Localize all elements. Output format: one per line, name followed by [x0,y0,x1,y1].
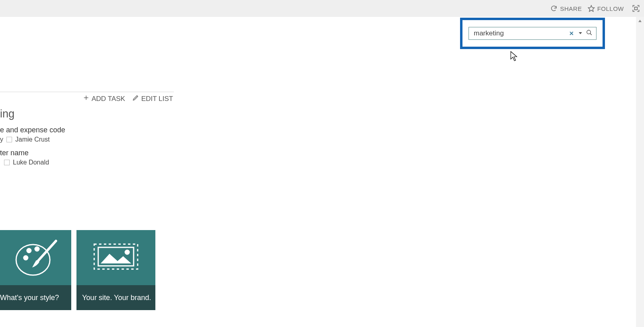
image-placeholder-icon [76,230,155,285]
focus-icon [632,4,640,12]
assignee-name: Luke Donald [13,159,49,166]
tiles-row: What's your style? Your site. Your brand… [0,230,155,310]
tile-style[interactable]: What's your style? [0,230,71,310]
panel-actions: ADD TASK EDIT LIST [0,95,174,103]
svg-point-3 [587,30,590,34]
search-scope-dropdown[interactable] [576,30,585,37]
share-label: SHARE [560,5,582,12]
task-assignees: y Jamie Crust [0,136,174,143]
search-highlight-frame: ✕ [460,18,605,49]
pencil-icon [132,95,139,103]
close-icon: ✕ [569,30,574,37]
vertical-scrollbar[interactable] [636,17,644,327]
tile-caption: Your site. Your brand. [76,285,155,310]
top-toolbar: SHARE FOLLOW [0,0,644,17]
search-box: ✕ [469,27,597,40]
task-item: e and expense code y Jamie Crust [0,126,174,143]
star-icon [588,5,595,12]
search-submit-button[interactable] [585,29,594,37]
svg-line-4 [590,33,592,35]
svg-marker-0 [588,6,594,12]
edit-list-label: EDIT LIST [141,95,173,103]
panel-heading: ing [0,108,174,120]
svg-point-10 [35,247,39,251]
mouse-cursor-icon [510,51,518,63]
tasks-panel: ADD TASK EDIT LIST ing e and expense cod… [0,92,174,172]
search-input[interactable] [473,29,567,38]
assignee-checkbox[interactable] [4,160,10,165]
scroll-up-button[interactable] [636,17,644,25]
svg-point-7 [16,245,50,275]
svg-point-14 [125,250,129,254]
palette-icon [0,230,71,285]
search-icon [586,29,592,37]
assignee-fragment: y [0,136,3,143]
share-button[interactable]: SHARE [550,5,582,12]
task-title: e and expense code [0,126,174,134]
tile-caption: What's your style? [0,285,71,310]
panel-divider [0,92,174,92]
svg-point-8 [24,256,28,260]
svg-marker-2 [579,32,582,34]
add-task-button[interactable]: ADD TASK [83,95,125,103]
follow-button[interactable]: FOLLOW [588,5,624,12]
follow-label: FOLLOW [597,5,624,12]
clear-search-button[interactable]: ✕ [567,30,576,37]
svg-marker-15 [638,20,642,22]
assignee-checkbox[interactable] [6,137,12,142]
task-title: ter name [0,149,174,157]
plus-icon [83,95,89,103]
task-item: ter name Luke Donald [0,149,174,166]
assignee-name: Jamie Crust [15,136,50,143]
svg-line-11 [38,241,56,261]
chevron-down-icon [578,30,583,37]
svg-rect-1 [635,7,638,10]
edit-list-button[interactable]: EDIT LIST [132,95,173,103]
add-task-label: ADD TASK [92,95,125,103]
focus-mode-button[interactable] [632,4,640,12]
svg-point-9 [27,249,31,253]
tile-brand[interactable]: Your site. Your brand. [76,230,155,310]
task-assignees: Luke Donald [0,159,174,166]
refresh-icon [550,5,557,12]
